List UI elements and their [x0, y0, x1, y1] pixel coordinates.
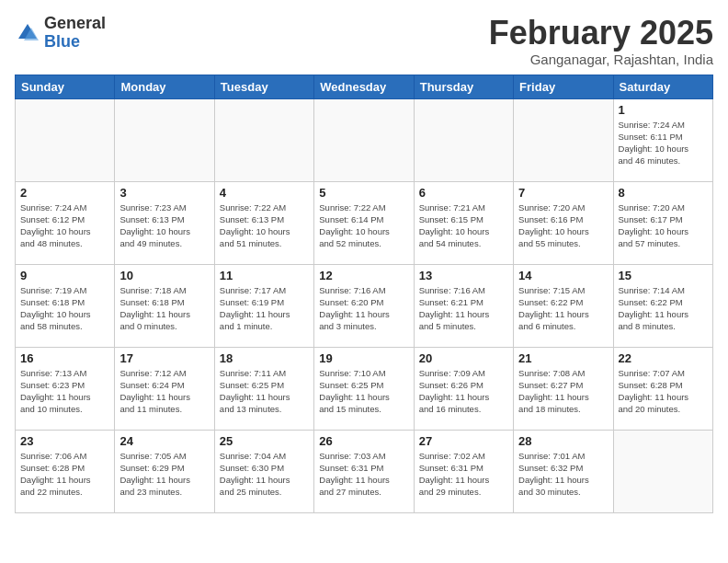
- calendar-cell: [214, 98, 313, 181]
- day-number: 9: [20, 269, 109, 282]
- day-number: 23: [20, 434, 109, 448]
- day-info: Sunrise: 7:13 AM Sunset: 6:23 PM Dayligh…: [20, 367, 109, 416]
- day-info: Sunrise: 7:24 AM Sunset: 6:11 PM Dayligh…: [619, 119, 708, 167]
- calendar-cell: 11Sunrise: 7:17 AM Sunset: 6:19 PM Dayli…: [214, 264, 313, 347]
- calendar-cell: 24Sunrise: 7:05 AM Sunset: 6:29 PM Dayli…: [115, 430, 214, 512]
- day-number: 24: [119, 434, 209, 448]
- calendar-cell: [115, 98, 214, 181]
- day-info: Sunrise: 7:11 AM Sunset: 6:25 PM Dayligh…: [220, 367, 309, 416]
- day-info: Sunrise: 7:07 AM Sunset: 6:28 PM Dayligh…: [619, 367, 708, 416]
- calendar-cell: 5Sunrise: 7:22 AM Sunset: 6:14 PM Daylig…: [314, 181, 414, 264]
- day-number: 12: [319, 269, 408, 282]
- calendar-cell: 26Sunrise: 7:03 AM Sunset: 6:31 PM Dayli…: [314, 430, 414, 512]
- day-info: Sunrise: 7:10 AM Sunset: 6:25 PM Dayligh…: [319, 367, 408, 416]
- day-info: Sunrise: 7:20 AM Sunset: 6:16 PM Dayligh…: [518, 201, 608, 250]
- day-number: 26: [319, 434, 408, 448]
- calendar-cell: 22Sunrise: 7:07 AM Sunset: 6:28 PM Dayli…: [613, 347, 712, 430]
- calendar-cell: [613, 430, 712, 512]
- calendar-cell: 13Sunrise: 7:16 AM Sunset: 6:21 PM Dayli…: [414, 264, 513, 347]
- day-info: Sunrise: 7:16 AM Sunset: 6:20 PM Dayligh…: [319, 284, 408, 333]
- day-info: Sunrise: 7:02 AM Sunset: 6:31 PM Dayligh…: [419, 450, 508, 499]
- calendar-cell: 15Sunrise: 7:14 AM Sunset: 6:22 PM Dayli…: [613, 264, 712, 347]
- page-header: General Blue February 2025 Ganganagar, R…: [15, 15, 713, 67]
- day-number: 2: [20, 186, 109, 200]
- day-number: 16: [20, 351, 109, 365]
- day-info: Sunrise: 7:09 AM Sunset: 6:26 PM Dayligh…: [419, 367, 508, 416]
- day-number: 11: [220, 269, 309, 282]
- day-info: Sunrise: 7:12 AM Sunset: 6:24 PM Dayligh…: [119, 367, 209, 416]
- calendar-cell: 21Sunrise: 7:08 AM Sunset: 6:27 PM Dayli…: [514, 347, 613, 430]
- day-number: 6: [419, 186, 508, 200]
- day-info: Sunrise: 7:24 AM Sunset: 6:12 PM Dayligh…: [20, 201, 109, 250]
- day-info: Sunrise: 7:22 AM Sunset: 6:14 PM Dayligh…: [319, 201, 408, 250]
- day-info: Sunrise: 7:14 AM Sunset: 6:22 PM Dayligh…: [619, 284, 708, 333]
- day-number: 10: [119, 269, 209, 282]
- calendar-cell: 16Sunrise: 7:13 AM Sunset: 6:23 PM Dayli…: [16, 347, 115, 430]
- day-info: Sunrise: 7:18 AM Sunset: 6:18 PM Dayligh…: [119, 284, 209, 333]
- day-number: 15: [619, 269, 708, 282]
- calendar-week-row: 2Sunrise: 7:24 AM Sunset: 6:12 PM Daylig…: [16, 181, 713, 264]
- day-number: 8: [619, 186, 708, 200]
- calendar-cell: [514, 98, 613, 181]
- calendar-week-row: 16Sunrise: 7:13 AM Sunset: 6:23 PM Dayli…: [16, 347, 713, 430]
- day-number: 14: [518, 269, 608, 282]
- day-number: 25: [220, 434, 309, 448]
- calendar-cell: 19Sunrise: 7:10 AM Sunset: 6:25 PM Dayli…: [314, 347, 414, 430]
- calendar-cell: 17Sunrise: 7:12 AM Sunset: 6:24 PM Dayli…: [115, 347, 214, 430]
- logo: General Blue: [15, 15, 106, 52]
- logo-icon: [15, 20, 40, 46]
- calendar-week-row: 9Sunrise: 7:19 AM Sunset: 6:18 PM Daylig…: [16, 264, 713, 347]
- day-number: 5: [319, 186, 408, 200]
- calendar-cell: 9Sunrise: 7:19 AM Sunset: 6:18 PM Daylig…: [16, 264, 115, 347]
- day-number: 1: [619, 103, 708, 117]
- calendar-cell: 18Sunrise: 7:11 AM Sunset: 6:25 PM Dayli…: [214, 347, 313, 430]
- calendar-cell: 28Sunrise: 7:01 AM Sunset: 6:32 PM Dayli…: [514, 430, 613, 512]
- calendar-cell: 6Sunrise: 7:21 AM Sunset: 6:15 PM Daylig…: [414, 181, 513, 264]
- day-info: Sunrise: 7:05 AM Sunset: 6:29 PM Dayligh…: [119, 450, 209, 499]
- day-info: Sunrise: 7:19 AM Sunset: 6:18 PM Dayligh…: [20, 284, 109, 333]
- calendar-cell: 14Sunrise: 7:15 AM Sunset: 6:22 PM Dayli…: [514, 264, 613, 347]
- day-info: Sunrise: 7:23 AM Sunset: 6:13 PM Dayligh…: [119, 201, 209, 250]
- day-info: Sunrise: 7:08 AM Sunset: 6:27 PM Dayligh…: [518, 367, 608, 416]
- day-info: Sunrise: 7:22 AM Sunset: 6:13 PM Dayligh…: [220, 201, 309, 250]
- calendar-cell: 23Sunrise: 7:06 AM Sunset: 6:28 PM Dayli…: [16, 430, 115, 512]
- location-subtitle: Ganganagar, Rajashtan, India: [489, 52, 713, 67]
- day-info: Sunrise: 7:03 AM Sunset: 6:31 PM Dayligh…: [319, 450, 408, 499]
- title-block: February 2025 Ganganagar, Rajashtan, Ind…: [489, 15, 713, 67]
- day-number: 21: [518, 351, 608, 365]
- day-number: 19: [319, 351, 408, 365]
- calendar-header-monday: Monday: [115, 75, 214, 98]
- calendar-table: SundayMondayTuesdayWednesdayThursdayFrid…: [15, 75, 713, 513]
- day-number: 7: [518, 186, 608, 200]
- calendar-cell: 12Sunrise: 7:16 AM Sunset: 6:20 PM Dayli…: [314, 264, 414, 347]
- calendar-cell: [414, 98, 513, 181]
- day-number: 13: [419, 269, 508, 282]
- calendar-cell: 27Sunrise: 7:02 AM Sunset: 6:31 PM Dayli…: [414, 430, 513, 512]
- calendar-header-sunday: Sunday: [16, 75, 115, 98]
- day-number: 4: [220, 186, 309, 200]
- calendar-header-wednesday: Wednesday: [314, 75, 414, 98]
- day-info: Sunrise: 7:20 AM Sunset: 6:17 PM Dayligh…: [619, 201, 708, 250]
- calendar-header-friday: Friday: [514, 75, 613, 98]
- day-number: 28: [518, 434, 608, 448]
- calendar-cell: 8Sunrise: 7:20 AM Sunset: 6:17 PM Daylig…: [613, 181, 712, 264]
- day-number: 27: [419, 434, 508, 448]
- day-info: Sunrise: 7:06 AM Sunset: 6:28 PM Dayligh…: [20, 450, 109, 499]
- calendar-cell: 1Sunrise: 7:24 AM Sunset: 6:11 PM Daylig…: [613, 98, 712, 181]
- calendar-cell: 4Sunrise: 7:22 AM Sunset: 6:13 PM Daylig…: [214, 181, 313, 264]
- logo-blue-text: Blue: [44, 33, 106, 52]
- calendar-header-tuesday: Tuesday: [214, 75, 313, 98]
- day-number: 3: [119, 186, 209, 200]
- day-info: Sunrise: 7:21 AM Sunset: 6:15 PM Dayligh…: [419, 201, 508, 250]
- day-info: Sunrise: 7:17 AM Sunset: 6:19 PM Dayligh…: [220, 284, 309, 333]
- calendar-cell: 2Sunrise: 7:24 AM Sunset: 6:12 PM Daylig…: [16, 181, 115, 264]
- day-info: Sunrise: 7:16 AM Sunset: 6:21 PM Dayligh…: [419, 284, 508, 333]
- calendar-cell: 7Sunrise: 7:20 AM Sunset: 6:16 PM Daylig…: [514, 181, 613, 264]
- day-number: 18: [220, 351, 309, 365]
- calendar-cell: 20Sunrise: 7:09 AM Sunset: 6:26 PM Dayli…: [414, 347, 513, 430]
- calendar-cell: [16, 98, 115, 181]
- calendar-header-row: SundayMondayTuesdayWednesdayThursdayFrid…: [16, 75, 713, 98]
- month-title: February 2025: [489, 15, 713, 52]
- day-number: 20: [419, 351, 508, 365]
- day-info: Sunrise: 7:01 AM Sunset: 6:32 PM Dayligh…: [518, 450, 608, 499]
